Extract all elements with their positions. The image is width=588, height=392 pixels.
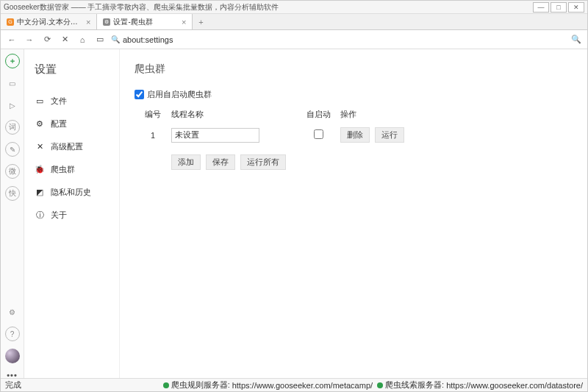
word-icon[interactable]: 词 — [5, 120, 20, 135]
status-done: 完成 — [5, 379, 21, 391]
tab-label: 中文分词.文本分析.情感分析.关键词 — [17, 17, 83, 27]
status-label: 爬虫线索服务器: — [385, 379, 444, 391]
help-icon[interactable]: ? — [5, 327, 20, 341]
tab-strip: G 中文分词.文本分析.情感分析.关键词 × ⚙ 设置-爬虫群 × + — [1, 14, 587, 30]
run-all-button[interactable]: 运行所有 — [240, 154, 286, 170]
table-header: 编号 线程名称 自启动 操作 — [135, 104, 573, 124]
nav-label: 文件 — [51, 96, 67, 107]
actions-row: 添加 保存 运行所有 — [135, 154, 573, 170]
add-icon[interactable]: ＋ — [5, 54, 20, 68]
nav-privacy[interactable]: ◩ 隐私和历史 — [35, 181, 109, 204]
favicon-gear-icon: ⚙ — [103, 18, 110, 26]
col-ops: 操作 — [340, 109, 573, 120]
thread-name-input[interactable] — [171, 128, 259, 143]
tools-icon: ✕ — [35, 142, 45, 152]
bug-icon: 🐞 — [35, 165, 45, 175]
delete-button[interactable]: 删除 — [340, 127, 370, 143]
tab-settings[interactable]: ⚙ 设置-爬虫群 × — [97, 14, 193, 29]
close-button[interactable]: ✕ — [568, 2, 584, 13]
row-id: 1 — [135, 131, 171, 140]
toolbar: ← → ⟳ ✕ ⌂ ▭ 🔍 about:settings 🔍 — [1, 30, 587, 49]
tab-analysis[interactable]: G 中文分词.文本分析.情感分析.关键词 × — [1, 14, 97, 29]
forward-button[interactable]: → — [23, 33, 36, 46]
flag-icon[interactable]: ▷ — [5, 98, 20, 113]
back-button[interactable]: ← — [5, 33, 18, 46]
table-row: 1 删除 运行 — [135, 124, 573, 146]
quick-icon[interactable]: 快 — [5, 186, 20, 201]
settings-nav: 设置 ▭ 文件 ⚙ 配置 ✕ 高级配置 🐞 爬虫群 ◩ 隐私和历史 ⓘ 关于 — [24, 49, 120, 379]
col-auto: 自启动 — [296, 109, 340, 120]
window-controls: — □ ✕ — [531, 2, 584, 13]
address-bar[interactable]: 🔍 about:settings — [111, 35, 565, 44]
nav-about[interactable]: ⓘ 关于 — [35, 204, 109, 227]
nav-config[interactable]: ⚙ 配置 — [35, 113, 109, 135]
tab-close-icon[interactable]: × — [182, 18, 186, 26]
enable-autostart-checkbox[interactable] — [135, 90, 144, 99]
content: 爬虫群 启用自启动爬虫群 编号 线程名称 自启动 操作 1 删除 运行 添加 保… — [120, 49, 587, 379]
doc-icon[interactable]: ▭ — [5, 76, 20, 90]
favicon-g-icon: G — [7, 18, 14, 26]
save-button[interactable]: 保存 — [206, 154, 235, 170]
col-id: 编号 — [135, 109, 171, 120]
pen-icon[interactable]: ✎ — [5, 142, 20, 157]
enable-autostart-label: 启用自启动爬虫群 — [147, 89, 212, 100]
wei-icon[interactable]: 微 — [5, 164, 20, 179]
body: ＋ ▭ ▷ 词 ✎ 微 快 ⚙ ? ••• 设置 ▭ 文件 ⚙ 配置 ✕ 高级配… — [1, 49, 587, 379]
nav-label: 关于 — [51, 210, 67, 221]
tab-label: 设置-爬虫群 — [113, 17, 152, 27]
nav-label: 配置 — [51, 118, 67, 129]
nav-file[interactable]: ▭ 文件 — [35, 90, 109, 113]
nav-crawler-swarm[interactable]: 🐞 爬虫群 — [35, 158, 109, 181]
stop-button[interactable]: ✕ — [58, 33, 71, 46]
nav-label: 爬虫群 — [51, 164, 75, 175]
titlebar: Gooseeker数据管家 —— 手工摘录零散内容、爬虫采集批量数据，内容分析辅… — [1, 1, 587, 14]
vr-icon: ◩ — [35, 188, 45, 198]
info-icon: ⓘ — [35, 210, 45, 221]
maximize-button[interactable]: □ — [551, 2, 567, 13]
autostart-checkbox[interactable] — [314, 129, 323, 139]
avatar[interactable] — [5, 349, 20, 363]
minimize-button[interactable]: — — [533, 2, 549, 13]
enable-autostart-row: 启用自启动爬虫群 — [135, 89, 573, 100]
gear-icon[interactable]: ⚙ — [5, 304, 20, 319]
status-dot-icon — [163, 382, 169, 388]
window-title: Gooseeker数据管家 —— 手工摘录零散内容、爬虫采集批量数据，内容分析辅… — [4, 2, 531, 13]
col-name: 线程名称 — [171, 109, 296, 120]
bookmark-icon[interactable]: ▭ — [93, 33, 107, 46]
add-button[interactable]: 添加 — [171, 154, 201, 170]
new-tab-button[interactable]: + — [193, 14, 209, 29]
status-clue-server: 爬虫线索服务器: https://www.gooseeker.com/datas… — [377, 379, 583, 391]
status-dot-icon — [377, 382, 383, 388]
status-url: https://www.gooseeker.com/metacamp/ — [232, 381, 373, 390]
nav-label: 隐私和历史 — [51, 187, 91, 198]
search-button[interactable]: 🔍 — [570, 33, 583, 46]
left-sidebar: ＋ ▭ ▷ 词 ✎ 微 快 ⚙ ? ••• — [1, 49, 24, 379]
status-label: 爬虫规则服务器: — [171, 379, 230, 391]
settings-title: 设置 — [35, 63, 109, 76]
reload-button[interactable]: ⟳ — [40, 33, 54, 46]
url-text: about:settings — [123, 35, 173, 44]
page-heading: 爬虫群 — [135, 63, 573, 76]
nav-label: 高级配置 — [51, 141, 83, 152]
tab-close-icon[interactable]: × — [86, 18, 90, 26]
gear-icon: ⚙ — [35, 119, 45, 129]
status-rule-server: 爬虫规则服务器: https://www.gooseeker.com/metac… — [163, 379, 373, 391]
run-button[interactable]: 运行 — [375, 127, 404, 143]
search-icon: 🔍 — [111, 35, 120, 43]
file-icon: ▭ — [35, 96, 45, 107]
home-button[interactable]: ⌂ — [76, 33, 89, 46]
status-bar: 完成 爬虫规则服务器: https://www.gooseeker.com/me… — [1, 378, 587, 391]
status-url: https://www.gooseeker.com/datastore/ — [446, 381, 583, 390]
nav-advanced[interactable]: ✕ 高级配置 — [35, 135, 109, 158]
